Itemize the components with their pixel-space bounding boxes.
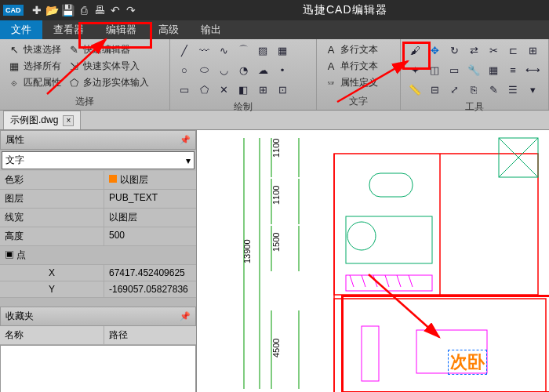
insert-icon[interactable]: ⊡ xyxy=(274,82,290,97)
grid-icon[interactable]: ▦ xyxy=(485,62,501,78)
prop-color-key: 色彩 xyxy=(0,171,104,189)
mtext-icon: A xyxy=(325,44,337,56)
dim-1100b: 1100 xyxy=(271,186,281,205)
import-icon: ⇲ xyxy=(67,60,80,73)
line-icon[interactable]: ╱ xyxy=(176,42,192,58)
prop-y-key: Y xyxy=(0,281,104,297)
svg-point-18 xyxy=(347,222,376,250)
cross-icon[interactable]: ✕ xyxy=(216,82,231,97)
mirror-icon[interactable]: ⇄ xyxy=(466,42,482,58)
scale-icon[interactable]: ⤢ xyxy=(446,82,462,97)
prop-layer-val[interactable]: PUB_TEXT xyxy=(104,190,196,208)
prop-x-val[interactable]: 67417.452409625 xyxy=(104,265,196,281)
fav-path-col: 路径 xyxy=(104,326,133,344)
block-icon[interactable]: ⊞ xyxy=(255,82,271,97)
trim-icon[interactable]: ✂ xyxy=(485,42,501,58)
pin-icon[interactable]: 📌 xyxy=(180,311,191,321)
group-select-label: 选择 xyxy=(6,93,163,108)
circle-icon[interactable]: ○ xyxy=(176,62,192,78)
poly-icon[interactable]: ⬠ xyxy=(196,82,212,97)
drawing-canvas[interactable]: 1100 1100 1500 13900 4500 xyxy=(197,130,549,392)
svg-rect-19 xyxy=(346,216,432,263)
ellipse-icon[interactable]: ⬭ xyxy=(196,62,212,78)
tab-file[interactable]: 文件 xyxy=(0,20,42,39)
category-select[interactable]: 文字▾ xyxy=(2,151,195,169)
edit-icon[interactable]: ✎ xyxy=(485,82,501,97)
array-icon[interactable]: ⊞ xyxy=(525,42,540,58)
box2-icon[interactable]: ▭ xyxy=(446,62,462,78)
stext-button[interactable]: A单行文本 xyxy=(323,59,380,74)
dim-4500: 4500 xyxy=(271,339,281,358)
cursor-icon: ↖ xyxy=(8,44,20,56)
print-icon[interactable]: 🖶 xyxy=(93,3,107,17)
copy-icon[interactable]: ⎘ xyxy=(466,82,482,97)
close-tab-icon[interactable]: × xyxy=(63,115,74,126)
undo-icon[interactable]: ↶ xyxy=(108,3,122,17)
explode-icon[interactable]: ✦ xyxy=(407,62,423,78)
pin-icon[interactable]: 📌 xyxy=(180,135,191,145)
group-tools-label: 工具 xyxy=(407,99,542,114)
prop-lw-val[interactable]: 以图层 xyxy=(104,209,196,227)
box-icon[interactable]: ◫ xyxy=(427,62,442,78)
polygon-input-button[interactable]: ⬠多边形实体输入 xyxy=(66,75,151,90)
rotate-icon[interactable]: ↻ xyxy=(446,42,462,58)
chevron-down-icon: ▾ xyxy=(186,155,191,166)
polygon-icon: ⬠ xyxy=(67,77,80,89)
room-label[interactable]: 次卧 xyxy=(448,350,487,375)
redo-icon[interactable]: ↷ xyxy=(124,3,138,17)
attr-icon: ⎃ xyxy=(325,77,337,89)
arc-icon[interactable]: ⌒ xyxy=(235,42,251,58)
point-icon[interactable]: • xyxy=(274,62,290,78)
dim-1100a: 1100 xyxy=(271,139,281,158)
match-props-button[interactable]: ⟐匹配属性 xyxy=(6,75,63,90)
tab-view[interactable]: 查看器 xyxy=(42,20,95,39)
prop-h-val[interactable]: 500 xyxy=(104,227,196,245)
prop-color-val[interactable]: 以图层 xyxy=(104,171,196,189)
tab-edit[interactable]: 编辑器 xyxy=(95,20,147,39)
entity-import-button[interactable]: ⇲快速实体导入 xyxy=(66,59,151,74)
cloud-icon[interactable]: ☁ xyxy=(255,62,271,78)
more-icon[interactable]: ▾ xyxy=(525,82,540,97)
move-icon[interactable]: ✥ xyxy=(427,42,442,58)
new-icon[interactable]: ✚ xyxy=(30,3,44,17)
dim-1500: 1500 xyxy=(271,233,281,252)
dim-icon[interactable]: ⟷ xyxy=(525,62,540,78)
stext-icon: A xyxy=(325,60,337,73)
prop-point-section: ▣ 点 xyxy=(0,246,196,265)
spline-icon[interactable]: ∿ xyxy=(216,42,231,58)
select-all-button[interactable]: ▦选择所有 xyxy=(6,59,63,74)
layer-icon[interactable]: ≡ xyxy=(505,62,521,78)
ellipsearc-icon[interactable]: ◔ xyxy=(235,62,251,78)
quick-editor-button[interactable]: ✎快速编辑器 xyxy=(66,42,151,57)
tab-advanced[interactable]: 高级 xyxy=(147,20,190,39)
polyline-icon[interactable]: 〰 xyxy=(196,42,212,58)
prop-h-key: 高度 xyxy=(0,227,104,245)
open-icon[interactable]: 📂 xyxy=(45,3,60,17)
document-name: 示例图.dwg xyxy=(10,114,58,127)
app-logo: CAD xyxy=(3,5,24,16)
selectall-icon: ▦ xyxy=(8,60,20,73)
save-icon[interactable]: 💾 xyxy=(61,3,75,17)
prop-layer-key: 图层 xyxy=(0,190,104,208)
offset-icon[interactable]: ⊏ xyxy=(505,42,521,58)
quick-select-button[interactable]: ↖快速选择 xyxy=(6,42,63,57)
arc2-icon[interactable]: ◡ xyxy=(216,62,231,78)
prop-y-val[interactable]: -169057.05827836 xyxy=(104,281,196,297)
attrdef-button[interactable]: ⎃属性定义 xyxy=(323,75,380,90)
layers-icon[interactable]: ☰ xyxy=(505,82,521,97)
wrench-icon[interactable]: 🔧 xyxy=(466,62,482,78)
tab-output[interactable]: 输出 xyxy=(190,20,232,39)
mtext-button[interactable]: A多行文本 xyxy=(323,42,380,57)
prop-lw-key: 线宽 xyxy=(0,209,104,227)
document-tab[interactable]: 示例图.dwg × xyxy=(3,111,81,129)
region-icon[interactable]: ▦ xyxy=(274,42,290,58)
svg-rect-22 xyxy=(362,326,379,381)
3d-icon[interactable]: ◧ xyxy=(235,82,251,97)
saveas-icon[interactable]: ⎙ xyxy=(77,3,91,17)
brush-icon[interactable]: 🖌 xyxy=(407,42,423,58)
hatch-icon[interactable]: ▨ xyxy=(255,42,271,58)
align-icon[interactable]: ⊟ xyxy=(427,82,442,97)
measure-icon[interactable]: 📏 xyxy=(407,82,423,97)
prop-x-key: X xyxy=(0,265,104,281)
rect-icon[interactable]: ▭ xyxy=(176,82,192,97)
